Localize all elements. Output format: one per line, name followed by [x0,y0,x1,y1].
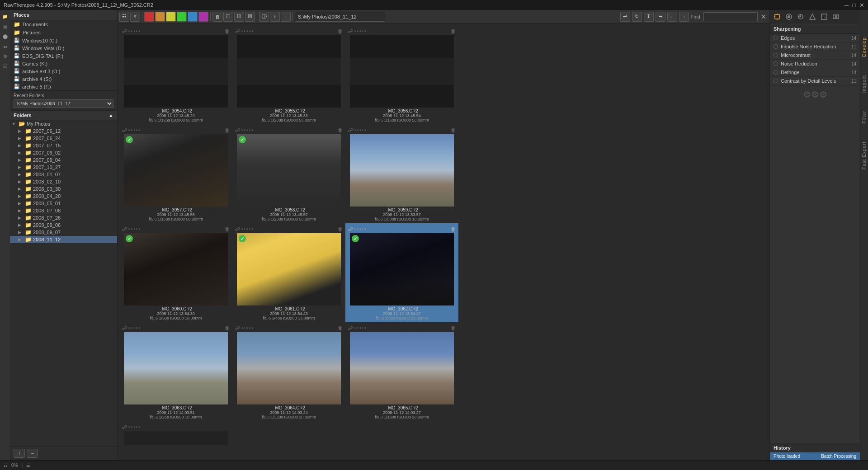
trash-icon-3055[interactable]: 🗑 [338,28,343,34]
thumb-cell-3061[interactable]: ☍ • • • • • 🗑 ✓ _MG_3061.CR2 2008-11-12 [232,223,345,322]
thumb-img-3062[interactable]: ✓ [350,233,454,306]
folder-tree-item-2008_09_07[interactable]: ▶📁2008_09_07 [10,229,117,236]
place-item-windows10--c--[interactable]: 💾Windows10 (C:) [10,37,117,44]
tb-label-yellow[interactable] [166,12,176,22]
trash-icon-3063[interactable]: 🗑 [225,325,230,331]
v-label-inspect[interactable]: Inspect [862,75,867,93]
folder-tree-item-2008_07_08[interactable]: ▶📁2008_07_08 [10,207,117,214]
trash-icon-3064[interactable]: 🗑 [338,325,343,331]
folder-tree-item-2008_03_30[interactable]: ▶📁2008_03_30 [10,185,117,193]
tb-rename[interactable]: ☒ [245,12,255,22]
tab-transform[interactable] [819,12,830,22]
thumb-cell-3055[interactable]: ☍ • • • • • 🗑 _MG_3055.CR2 2008-11-12 13… [232,25,345,124]
find-input[interactable] [703,12,758,21]
thumb-img-3060[interactable]: ✓ [124,233,228,306]
radio-defringe[interactable] [774,70,778,75]
folder-tree-item-2008_11_12[interactable]: ▶📁2008_11_12 [10,236,117,243]
tb-zoom-out[interactable]: − [281,12,291,22]
v-label-develop[interactable]: Develop [862,37,867,57]
tb-move[interactable]: ☐ [223,12,233,22]
place-item-archive-ext-3--o--[interactable]: 💾archive ext 3 (O:) [10,67,117,75]
thumb-img-3063[interactable] [124,332,228,404]
tb-label-red[interactable] [144,12,154,22]
panel-item-noise[interactable]: Noise Reduction 14 [770,60,860,68]
place-item-windows-vista--d--[interactable]: 💾Windows Vista (D:) [10,44,117,52]
folder-tree-item-2008_05_01[interactable]: ▶📁2008_05_01 [10,200,117,207]
folder-tree-item-2007_07_15[interactable]: ▶📁2007_07_15 [10,142,117,149]
radio-contrast[interactable] [774,79,778,83]
queue-icon[interactable]: ☷ [0,42,9,51]
radio-microcontrast[interactable] [774,53,778,57]
place-item-games--k--[interactable]: 💾Games (K:) [10,60,117,67]
place-item-archive-5--t--[interactable]: 💾archive 5 (T:) [10,83,117,90]
thumb-img-3064[interactable] [237,332,341,404]
tb-label-green[interactable] [177,12,187,22]
add-place-button[interactable]: + [14,449,25,458]
trash-icon-3058[interactable]: 🗑 [338,127,343,133]
tab-color[interactable] [783,12,794,22]
radio-impulse[interactable] [774,44,778,49]
folder-tree-item-2007_09_04[interactable]: ▶📁2007_09_04 [10,156,117,164]
trash-icon-3057[interactable]: 🗑 [225,127,230,133]
history-item[interactable]: Photo loaded Batch Processing [770,452,860,460]
minimize-button[interactable]: ─ [844,2,849,9]
tb-nav-prev[interactable]: ← [667,12,677,22]
panel-item-defringe[interactable]: Defringe 14 [770,68,860,77]
folder-tree-item-2008_02_10[interactable]: ▶📁2008_02_10 [10,178,117,185]
thumb-cell-3062[interactable]: ☍ • • • • • 🗑 ✓ _MG [345,223,458,322]
folder-tree-item-2007_10_27[interactable]: ▶📁2007_10_27 [10,164,117,171]
thumb-img-partial[interactable] [124,431,228,445]
tb-info[interactable]: ⓘ [259,12,269,22]
tb-label-purple[interactable] [198,12,208,22]
tab-exposure[interactable] [795,12,806,22]
tb-filter[interactable]: ▿ [130,12,140,22]
tb-view-toggle[interactable]: ☷ [119,12,129,22]
thumb-cell-3063[interactable]: ☍ • • • • • 🗑 _MG_3063.CR2 2008-11-12 14… [119,322,232,421]
tab-develop[interactable] [772,12,783,22]
place-item-eos-digital--f--[interactable]: 💾EOS_DIGITAL (F:) [10,52,117,60]
thumb-cell-3056[interactable]: ☍ • • • • • 🗑 _MG_3056.CR2 2008-11-12 13… [345,25,458,124]
folder-tree-item-2007_06_12[interactable]: ▶📁2007_06_12 [10,127,117,135]
tab-detail[interactable] [807,12,818,22]
folder-tree-item-My Photos[interactable]: ▼📂My Photos [10,120,117,127]
trash-icon-3054[interactable]: 🗑 [225,28,230,34]
thumb-cell-3060[interactable]: ☍ • • • • • 🗑 ✓ _MG_3060.CR2 2008-11-12 [119,223,232,322]
panel-item-contrast[interactable]: Contrast by Detail Levels 11 [770,77,860,85]
radio-edges[interactable] [774,36,778,40]
trash-icon-3059[interactable]: 🗑 [451,127,456,133]
filmstrip-icon[interactable]: ▤ [0,22,9,31]
folder-up-icon[interactable]: ▲ [108,113,113,118]
panel-item-edges[interactable]: Edges 14 [770,34,860,42]
folder-tree-item-2008_07_26[interactable]: ▶📁2008_07_26 [10,214,117,221]
folder-tree-item-2008_01_07[interactable]: ▶📁2008_01_07 [10,171,117,178]
thumb-cell-partial[interactable]: ☍ • • • • • [119,421,232,446]
place-item-archive-4--s--[interactable]: 💾archive 4 (S:) [10,75,117,83]
thumb-cell-3058[interactable]: ☍ • • • • • 🗑 ✓ _MG_3058.CR2 2008-11-12 [232,124,345,223]
place-item-documents[interactable]: 📁Documents [10,20,117,28]
place-item-pictures[interactable]: 📁Pictures [10,28,117,37]
trash-icon-3065[interactable]: 🗑 [451,325,456,331]
panel-item-impulse[interactable]: Impulse Noise Reduction 11 [770,42,860,51]
trash-icon-3060[interactable]: 🗑 [225,226,230,232]
file-browser-icon[interactable]: 📁 [0,12,9,21]
folder-tree-item-2007_09_02[interactable]: ▶📁2007_09_02 [10,149,117,156]
thumb-img-3056[interactable] [350,35,454,108]
thumb-cell-3065[interactable]: ☍ • • • • • 🗑 _MG_3065.CR2 2008-11-12 14… [345,322,458,421]
tb-label-blue[interactable] [188,12,198,22]
folder-tree-item-2008_09_06[interactable]: ▶📁2008_09_06 [10,221,117,229]
tb-nav-down[interactable]: ↧ [644,12,654,22]
panel-item-microcontrast[interactable]: Microcontrast 14 [770,51,860,60]
tb-copy[interactable]: ☑ [234,12,244,22]
tb-nav-sync[interactable]: ↻ [632,12,642,22]
tb-nav-forward[interactable]: ↪ [656,12,665,22]
thumb-img-3055[interactable] [237,35,341,108]
tab-raw[interactable] [830,12,841,22]
thumb-img-3057[interactable]: ✓ [124,134,228,207]
tb-trash[interactable]: 🗑 [212,12,222,22]
tb-nav-back[interactable]: ↩ [620,12,630,22]
path-bar[interactable]: S:\My Photos\2008_11_12 [295,12,385,22]
thumb-cell-3064[interactable]: ☍ • • • • • 🗑 _MG_3064.CR2 2008-11-12 14… [232,322,345,421]
close-button[interactable]: ✕ [859,2,864,9]
maximize-button[interactable]: □ [852,2,856,9]
thumb-img-3058[interactable]: ✓ [237,134,341,207]
